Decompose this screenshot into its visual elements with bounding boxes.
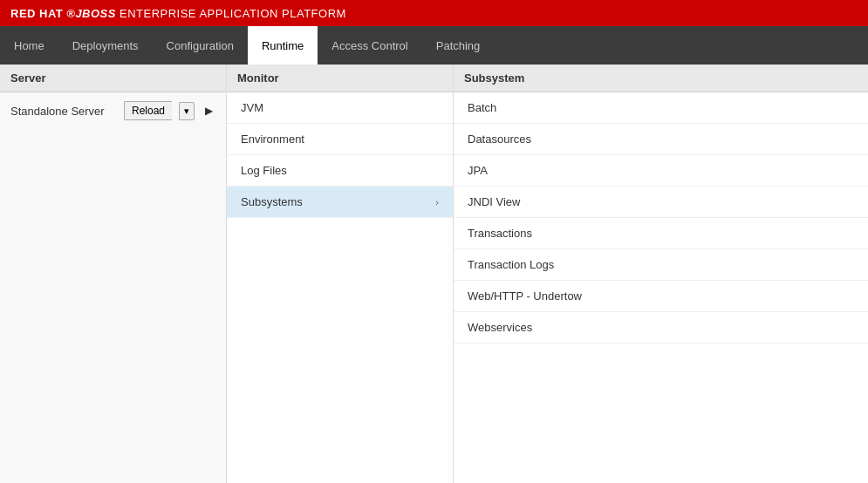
subsystem-item-label: Batch <box>468 101 496 114</box>
subsystem-item-webservices[interactable]: Webservices <box>454 312 868 344</box>
subsystem-item-datasources[interactable]: Datasources <box>454 124 868 155</box>
server-row: Standalone Server Reload ▾ ▶ <box>0 92 226 129</box>
brand-rest: ENTERPRISE APPLICATION PLATFORM <box>120 7 346 20</box>
subsystem-item-jndi-view[interactable]: JNDI View <box>454 187 868 218</box>
nav-item-home[interactable]: Home <box>0 26 58 65</box>
subsystem-item-transaction-logs[interactable]: Transaction Logs <box>454 249 868 281</box>
monitor-panel-header: Monitor <box>227 65 453 92</box>
content-area: Server Standalone Server Reload ▾ ▶ Moni… <box>0 65 868 483</box>
monitor-menu: JVMEnvironmentLog FilesSubsystems› <box>227 92 453 218</box>
subsystem-item-batch[interactable]: Batch <box>454 92 868 124</box>
monitor-item-label: Subsystems <box>241 195 303 208</box>
subsystem-item-web-http[interactable]: Web/HTTP - Undertow <box>454 281 868 312</box>
chevron-right-icon: › <box>435 197 439 207</box>
subsystem-item-label: JNDI View <box>468 195 520 208</box>
brand-jboss: ®JBOSS <box>66 7 116 20</box>
standalone-server-label: Standalone Server <box>10 105 117 118</box>
brand-redhat: RED HAT <box>10 7 63 20</box>
monitor-item-environment[interactable]: Environment <box>227 124 453 155</box>
monitor-item-subsystems[interactable]: Subsystems› <box>227 187 453 218</box>
server-panel-header: Server <box>0 65 226 92</box>
nav-item-runtime[interactable]: Runtime <box>248 26 318 65</box>
subsystem-item-transactions[interactable]: Transactions <box>454 218 868 249</box>
subsystem-item-label: Transaction Logs <box>468 258 554 271</box>
subsystem-panel-header: Subsystem <box>454 65 868 92</box>
nav-item-access-control[interactable]: Access Control <box>318 26 421 65</box>
monitor-item-log-files[interactable]: Log Files <box>227 155 453 187</box>
nav-item-configuration[interactable]: Configuration <box>153 26 248 65</box>
monitor-item-label: Environment <box>241 133 304 146</box>
navbar: HomeDeploymentsConfigurationRuntimeAcces… <box>0 26 868 65</box>
server-arrow-icon: ▶ <box>202 104 215 118</box>
subsystem-item-label: Transactions <box>468 227 532 240</box>
app-header: RED HAT ®JBOSS ENTERPRISE APPLICATION PL… <box>0 0 868 26</box>
monitor-item-label: Log Files <box>241 164 287 177</box>
subsystem-panel: Subsystem BatchDatasourcesJPAJNDI ViewTr… <box>454 65 868 483</box>
nav-item-deployments[interactable]: Deployments <box>58 26 153 65</box>
subsystem-menu: BatchDatasourcesJPAJNDI ViewTransactions… <box>454 92 868 344</box>
nav-item-patching[interactable]: Patching <box>422 26 495 65</box>
subsystem-item-label: JPA <box>468 164 488 177</box>
monitor-panel: Monitor JVMEnvironmentLog FilesSubsystem… <box>227 65 454 483</box>
reload-button[interactable]: Reload <box>124 101 172 120</box>
subsystem-item-label: Webservices <box>468 321 532 334</box>
server-panel: Server Standalone Server Reload ▾ ▶ <box>0 65 227 483</box>
monitor-item-label: JVM <box>241 101 263 114</box>
subsystem-item-label: Datasources <box>468 133 531 146</box>
monitor-item-jvm[interactable]: JVM <box>227 92 453 124</box>
subsystem-item-jpa[interactable]: JPA <box>454 155 868 187</box>
subsystem-item-label: Web/HTTP - Undertow <box>468 289 582 303</box>
reload-dropdown-button[interactable]: ▾ <box>179 102 195 120</box>
